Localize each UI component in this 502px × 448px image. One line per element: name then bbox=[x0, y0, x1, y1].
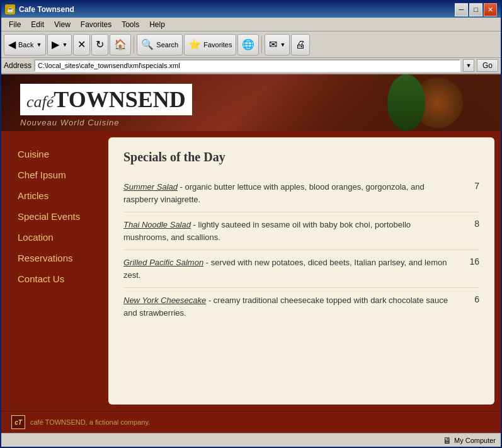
nav-special-events[interactable]: Special Events bbox=[8, 206, 108, 227]
browser-window: ☕ Cafe Townsend ─ □ ✕ File Edit View Fav… bbox=[0, 0, 502, 448]
menu-edit[interactable]: Edit bbox=[26, 19, 49, 30]
special-row: Summer Salad - organic butter lettuce wi… bbox=[123, 175, 479, 212]
nav-cuisine[interactable]: Cuisine bbox=[8, 144, 108, 164]
status-label: My Computer bbox=[454, 437, 496, 444]
favorites-icon: ⭐ bbox=[188, 38, 201, 50]
mail-dropdown-icon: ▼ bbox=[280, 42, 285, 48]
computer-icon: 🖥 bbox=[443, 435, 452, 445]
refresh-icon: ↻ bbox=[96, 38, 104, 50]
special-description-3: New York Cheesecake - creamy traditional… bbox=[123, 294, 467, 319]
search-label: Search bbox=[156, 41, 178, 49]
status-computer: 🖥 My Computer bbox=[443, 435, 496, 445]
nav-chef-ipsum[interactable]: Chef Ipsum bbox=[8, 164, 108, 185]
go-button[interactable]: Go bbox=[477, 59, 498, 72]
special-name-2: Grilled Pacific Salmon bbox=[123, 258, 203, 267]
back-icon: ◀ bbox=[8, 38, 16, 50]
close-button[interactable]: ✕ bbox=[484, 3, 497, 16]
nav-location[interactable]: Location bbox=[8, 227, 108, 248]
mail-button[interactable]: ✉ ▼ bbox=[265, 34, 290, 55]
favorites-label: Favorites bbox=[203, 41, 232, 49]
stop-button[interactable]: ✕ bbox=[73, 34, 90, 55]
special-description-0: Summer Salad - organic butter lettuce wi… bbox=[123, 181, 467, 205]
logo-subtitle: Nouveau World Cuisine bbox=[20, 118, 192, 127]
toolbar-separator bbox=[134, 36, 134, 54]
home-icon: 🏠 bbox=[114, 38, 127, 50]
footer-logo: cT bbox=[11, 415, 25, 429]
nav-reservations[interactable]: Reservations bbox=[8, 248, 108, 268]
toolbar-separator-2 bbox=[261, 36, 262, 54]
special-row: New York Cheesecake - creamy traditional… bbox=[123, 288, 479, 325]
browser-content: caféTOWNSEND Nouveau World Cuisine Cuisi… bbox=[1, 74, 501, 433]
menu-favorites[interactable]: Favorites bbox=[76, 19, 117, 30]
special-price-1: 8 bbox=[467, 219, 479, 229]
site-main: Cuisine Chef Ipsum Articles Special Even… bbox=[1, 131, 501, 411]
toolbar: ◀ Back ▼ ▶ ▼ ✕ ↻ 🏠 🔍 Search ⭐ Favorites … bbox=[1, 32, 501, 58]
plant-decoration bbox=[387, 74, 425, 131]
forward-dropdown-icon: ▼ bbox=[62, 42, 67, 48]
special-name-0: Summer Salad bbox=[123, 182, 178, 192]
address-input[interactable] bbox=[34, 59, 460, 72]
address-bar: Address ▼ Go bbox=[1, 58, 501, 74]
special-price-3: 6 bbox=[467, 294, 479, 304]
search-button[interactable]: 🔍 Search bbox=[137, 34, 183, 55]
special-description-1: Thai Noodle Salad - lightly sauteed in s… bbox=[123, 219, 467, 243]
address-label: Address bbox=[4, 61, 31, 70]
menu-file[interactable]: File bbox=[4, 19, 26, 30]
special-price-0: 7 bbox=[467, 181, 479, 191]
special-description-2: Grilled Pacific Salmon - served with new… bbox=[123, 256, 467, 281]
nav-articles[interactable]: Articles bbox=[8, 185, 108, 206]
menu-view[interactable]: View bbox=[49, 19, 76, 30]
menu-help[interactable]: Help bbox=[144, 19, 170, 30]
mail-icon: ✉ bbox=[269, 38, 277, 50]
back-button[interactable]: ◀ Back ▼ bbox=[4, 34, 46, 55]
logo-box: caféTOWNSEND bbox=[20, 84, 192, 115]
print-icon: 🖨 bbox=[295, 39, 305, 50]
logo-townsend: TOWNSEND bbox=[54, 87, 185, 112]
special-price-2: 16 bbox=[467, 256, 479, 267]
site-footer: cT café TOWNSEND, a fictional company. bbox=[1, 411, 501, 433]
maximize-button[interactable]: □ bbox=[469, 3, 482, 16]
special-name-1: Thai Noodle Salad bbox=[123, 220, 191, 229]
forward-button[interactable]: ▶ ▼ bbox=[47, 34, 72, 55]
title-bar: ☕ Cafe Townsend ─ □ ✕ bbox=[1, 1, 501, 18]
address-dropdown[interactable]: ▼ bbox=[463, 59, 474, 72]
footer-text: café TOWNSEND, a fictional company. bbox=[30, 418, 150, 426]
minimize-button[interactable]: ─ bbox=[455, 3, 468, 16]
refresh-button[interactable]: ↻ bbox=[91, 34, 108, 55]
search-icon: 🔍 bbox=[141, 38, 154, 50]
window-title: Cafe Townsend bbox=[19, 5, 451, 14]
nav-contact-us[interactable]: Contact Us bbox=[8, 268, 108, 289]
content-area: Specials of the Day Summer Salad - organ… bbox=[108, 137, 494, 405]
special-row: Thai Noodle Salad - lightly sauteed in s… bbox=[123, 212, 479, 250]
back-dropdown-icon: ▼ bbox=[36, 42, 42, 48]
print-button[interactable]: 🖨 bbox=[291, 34, 310, 55]
favorites-button[interactable]: ⭐ Favorites bbox=[184, 34, 236, 55]
media-icon: 🌐 bbox=[242, 38, 254, 50]
menu-bar: File Edit View Favorites Tools Help bbox=[1, 18, 501, 32]
specials-table: Summer Salad - organic butter lettuce wi… bbox=[123, 175, 479, 325]
special-name-3: New York Cheesecake bbox=[123, 296, 206, 305]
window-controls: ─ □ ✕ bbox=[455, 3, 497, 16]
page-title: Specials of the Day bbox=[123, 150, 479, 164]
media-button[interactable]: 🌐 bbox=[237, 34, 259, 55]
status-bar: 🖥 My Computer bbox=[1, 433, 501, 447]
window-icon: ☕ bbox=[5, 4, 15, 14]
stop-icon: ✕ bbox=[77, 38, 86, 50]
forward-icon: ▶ bbox=[52, 38, 59, 50]
site-wrapper: caféTOWNSEND Nouveau World Cuisine Cuisi… bbox=[1, 74, 501, 433]
site-header: caféTOWNSEND Nouveau World Cuisine bbox=[1, 74, 501, 131]
menu-tools[interactable]: Tools bbox=[117, 19, 144, 30]
home-button[interactable]: 🏠 bbox=[110, 34, 131, 55]
back-label: Back bbox=[18, 41, 33, 49]
logo-cafe: café bbox=[26, 93, 54, 111]
special-row: Grilled Pacific Salmon - served with new… bbox=[123, 250, 479, 288]
logo-area: caféTOWNSEND Nouveau World Cuisine bbox=[20, 84, 192, 127]
sidebar: Cuisine Chef Ipsum Articles Special Even… bbox=[8, 137, 108, 405]
